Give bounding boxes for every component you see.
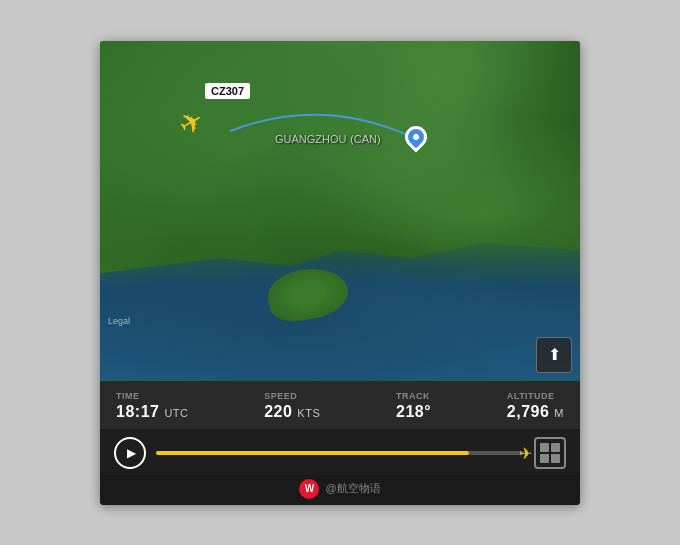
pin-dot (412, 132, 420, 140)
stat-track: TRACK 218° (396, 391, 431, 421)
grid-button[interactable] (534, 437, 566, 469)
track-value: 218° (396, 403, 431, 421)
track-label: TRACK (396, 391, 430, 401)
progress-plane-icon: ✈ (519, 443, 532, 462)
stat-time: TIME 18:17 UTC (116, 391, 188, 421)
flight-label: CZ307 (205, 83, 250, 99)
weibo-handle: @航空物语 (325, 481, 380, 496)
legal-text: Legal (108, 316, 130, 326)
weibo-bar: W @航空物语 (100, 475, 580, 505)
play-button[interactable] (114, 437, 146, 469)
city-label: GUANGZHOU (CAN) (275, 131, 381, 146)
grid-cell-3 (540, 454, 549, 463)
flight-tracker-card: CZ307 ✈ GUANGZHOU (CAN) Legal ⬆ TIME 18:… (100, 41, 580, 505)
pin-circle (400, 121, 431, 152)
grid-cell-2 (551, 443, 560, 452)
time-label: TIME (116, 391, 140, 401)
stats-bar: TIME 18:17 UTC SPEED 220 KTS TRACK 218° … (100, 381, 580, 429)
map-area: CZ307 ✈ GUANGZHOU (CAN) Legal ⬆ (100, 41, 580, 381)
progress-fill (156, 451, 469, 455)
speed-value: 220 KTS (264, 403, 320, 421)
stat-altitude: ALTITUDE 2,796 M (507, 391, 564, 421)
progress-track[interactable]: ✈ (156, 451, 524, 455)
share-button[interactable]: ⬆ (536, 337, 572, 373)
speed-label: SPEED (264, 391, 297, 401)
altitude-value: 2,796 M (507, 403, 564, 421)
altitude-label: ALTITUDE (507, 391, 555, 401)
stat-speed: SPEED 220 KTS (264, 391, 320, 421)
location-pin (405, 126, 427, 154)
time-value: 18:17 UTC (116, 403, 188, 421)
grid-cell-4 (551, 454, 560, 463)
control-bar: ✈ (100, 429, 580, 475)
grid-cell-1 (540, 443, 549, 452)
weibo-icon: W (299, 479, 319, 499)
